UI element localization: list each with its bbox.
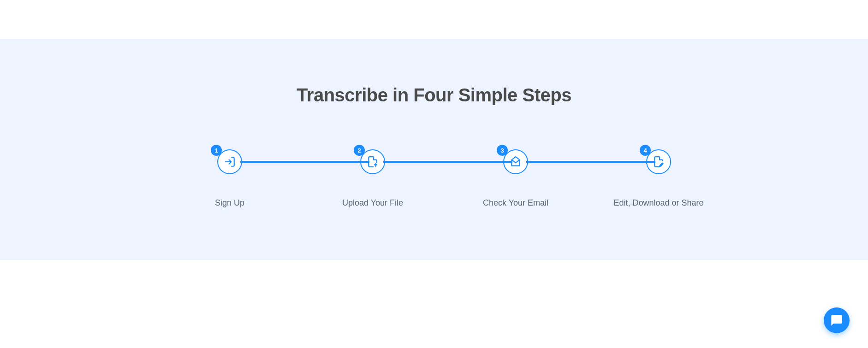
step-sign-up: 1 Sign Up: [217, 149, 242, 174]
sign-in-icon: [224, 156, 236, 168]
step-connector: [383, 161, 512, 163]
page-title: Transcribe in Four Simple Steps: [297, 85, 571, 106]
step-number-badge: 4: [640, 145, 651, 156]
step-label: Upload Your File: [342, 198, 403, 208]
step-label: Sign Up: [215, 198, 244, 208]
step-number-badge: 1: [211, 145, 222, 156]
chat-button[interactable]: [824, 307, 850, 333]
step-connector: [240, 161, 369, 163]
step-label: Edit, Download or Share: [613, 198, 703, 208]
step-connector: [526, 161, 655, 163]
step-label: Check Your Email: [483, 198, 548, 208]
step-icon-wrapper: 1: [217, 149, 242, 174]
hero-section: Transcribe in Four Simple Steps 1 Sign U…: [0, 39, 868, 260]
chat-icon: [830, 314, 843, 327]
step-number-badge: 2: [354, 145, 365, 156]
step-number-badge: 3: [497, 145, 508, 156]
